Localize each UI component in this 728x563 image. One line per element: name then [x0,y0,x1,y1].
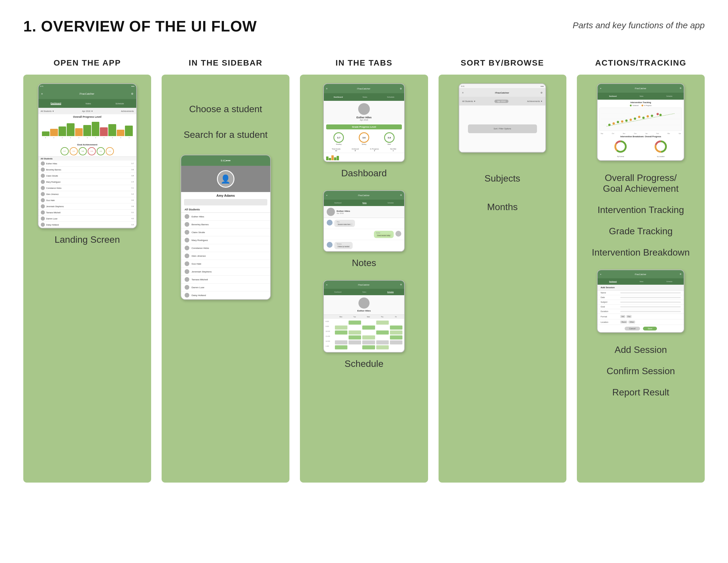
svg-point-16 [657,113,659,115]
notes-label: Notes [352,257,376,268]
panel-sidebar: Choose a student Search for a student 9:… [162,75,289,483]
tp-donut-row: By Format by Location [599,138,682,158]
lp-goal-section: Goal Achievement 3.7 3.6 3.8 2.4 4.1 3.2 [38,142,136,156]
sp-all-students[interactable]: All Students [181,206,270,213]
sp-search-bar[interactable] [184,199,267,205]
dp-goals: 3.7 Reading 3.6 Writing 3.8 Math [324,130,404,147]
sched-avatar-section: Esther Hiles [324,295,404,315]
lp-chart-title: Overall Progress Level [38,114,136,119]
dp-avatar-section: Esther Hiles Apr 2016 [324,101,404,123]
sp-avatar-area: 👤 [181,166,270,192]
sched-name: Esther Hiles [357,310,371,312]
sort-phone: 9:41 ●●● ≡ iTracCatcher ⚙ All Students ▼… [459,83,546,153]
cancel-btn[interactable]: Cancel [625,327,640,331]
np-messages: Amy Session notes here... Esther Great s… [324,218,404,251]
svg-point-12 [621,120,623,123]
sched-avatar [358,298,370,309]
action-label-7: Report Result [583,387,699,398]
schedule-phone: ≡ iTracCatcher ⚙ Dashboard Notes Schedul… [323,280,405,353]
tp-axis-labels: Sep Oct Nov Dec Jan Feb Mar Apr [599,133,682,134]
col-heading-sidebar: IN THE SIDEBAR [189,58,263,68]
tp-location-label: by Location [653,156,668,157]
panel-actions: ≡ iTracCatcher ⚙ Dashboard Notes Schedul… [577,75,705,483]
svg-point-9 [651,114,653,117]
dp-topbar: ≡ iTracCatcher ⚙ [324,84,404,93]
lp-student-list: All Students Esther Hiles3.7 Beverley Ba… [38,156,136,228]
lp-chart-area: ● ● ● ● ● ● ● ● ● ● ● [38,119,136,142]
action-label-3: Grade Tracking [583,226,699,236]
sp-topbar: 9:41 ●●● [181,155,270,166]
save-btn[interactable]: Save [643,327,657,331]
col-heading-tabs: IN THE TABS [335,58,393,68]
dp-progress-label: Grade Progress Level [326,124,402,129]
action-label-2: Intervention Tracking [583,204,699,215]
svg-point-4 [608,124,611,126]
action-label-5: Add Session [583,345,699,355]
dp-avatar [358,103,370,115]
sort-months-label: Months [485,199,520,216]
action-label-1: Overall Progress/Goal Achievement [583,172,699,194]
lp-topbar: ≡ iTracCatcher ⚙ [38,89,136,99]
dp-date: Apr 2016 [360,119,368,121]
svg-point-11 [613,122,615,125]
add-form: Add Session Name Date Subject Goal [598,285,684,332]
column-actions: ACTIONS/TRACKING ≡ iTracCatcher ⚙ Dashbo… [577,58,705,483]
schedule-label: Schedule [344,359,383,369]
dp-stats-row: Total Goals12 Achieved8 In Progress3 Not… [324,147,404,153]
sched-grid: 8:00 9:00 [324,319,404,352]
tp-chart-title: Intervention Tracking [599,101,682,103]
col-heading-sort: SORT BY/BROWSE [461,58,544,68]
tp-nav: Dashboard Notes Schedule [598,93,684,100]
action-label-4: Intervention Breakdown [583,247,699,258]
lp-bars [41,120,134,136]
svg-point-8 [642,116,645,119]
svg-point-15 [647,115,649,117]
lp-nav: Dashboard Notes Schedule [38,99,136,108]
sp-name: Amy Adams [181,192,270,198]
column-tabs: IN THE TABS ≡ iTracCatcher ⚙ Dashboard N… [300,58,428,483]
sp-student-list: Esther Hiles Beverley Barnes Claire Stru… [181,213,270,299]
action-label-6: Confirm Session [583,366,699,377]
tp-format-label: By Format [613,156,628,157]
column-open-app: OPEN THE APP 9:41 ●●● ≡ iTracCatcher ⚙ D… [23,58,151,483]
dashboard-label: Dashboard [341,168,387,179]
landing-screen-label: Landing Screen [55,234,120,245]
svg-point-6 [625,119,628,122]
svg-line-3 [607,114,675,126]
tp-content: Intervention Tracking Achieved In Progre… [598,100,684,160]
np-topbar: ≡ iTracCatcher ⚙ [324,191,404,199]
sort-subjects-label: Subjects [485,170,520,187]
page-header: 1. OVERVIEW OF THE UI FLOW Parts and key… [23,17,705,35]
np-date: Apr 2016 [337,212,350,214]
sort-date-pill[interactable]: Apr 2016 [494,100,508,103]
tp-breakdown-title: Intervention Breakdown: Overall Progress [599,135,682,137]
page-subtitle: Parts and key functions of the app [572,20,705,30]
dashboard-phone: ≡ iTracCatcher ⚙ Dashboard Notes Schedul… [323,83,405,162]
svg-point-13 [630,119,632,121]
panel-sort: 9:41 ●●● ≡ iTracCatcher ⚙ All Students ▼… [439,75,566,483]
col-heading-actions: ACTIONS/TRACKING [595,58,687,68]
sort-filter-row1: All Students ▼ Apr 2016 Achievements ▼ [459,97,545,105]
dp-nav: Dashboard Notes Schedule [324,93,404,101]
landing-phone: 9:41 ●●● ≡ iTracCatcher ⚙ Dashboard Note… [38,83,137,228]
page-title: 1. OVERVIEW OF THE UI FLOW [23,17,257,35]
columns-container: OPEN THE APP 9:41 ●●● ≡ iTracCatcher ⚙ D… [23,58,705,483]
svg-point-10 [660,114,662,116]
dp-student-name: Esther Hiles [356,116,372,119]
sidebar-text-1: Choose a student [189,101,262,118]
np-nav: Dashboard Notes Schedule [324,199,404,206]
tp-header: ≡ iTracCatcher ⚙ [598,84,684,93]
sidebar-text-2: Search for a student [184,126,268,143]
notes-phone: ≡ iTracCatcher ⚙ Dashboard Notes Schedul… [323,190,405,252]
lp-filter-bar: All Students ▼ Apr 2016 ▼ Achievements [38,108,136,114]
col-heading-open-app: OPEN THE APP [54,58,121,68]
lp-app-name: iTracCatcher [79,92,94,95]
sp-avatar-circle: 👤 [217,170,234,188]
svg-point-7 [634,117,636,120]
np-student-name: Esther Hiles [337,210,350,212]
column-sort: SORT BY/BROWSE 9:41 ●●● ≡ iTracCatcher ⚙… [439,58,566,483]
panel-tabs: ≡ iTracCatcher ⚙ Dashboard Notes Schedul… [300,75,428,483]
svg-point-14 [638,116,641,118]
tp-scatter-chart [599,107,682,131]
tracking-phone: ≡ iTracCatcher ⚙ Dashboard Notes Schedul… [597,83,684,161]
